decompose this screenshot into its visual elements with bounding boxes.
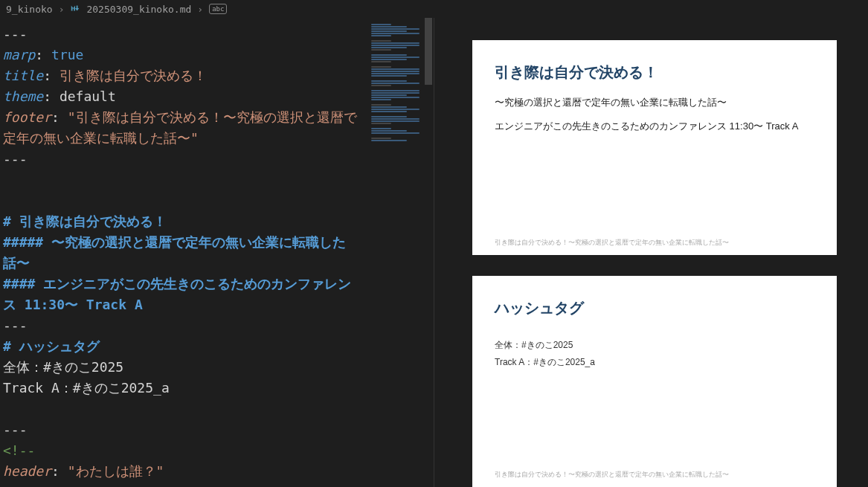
chevron-right-icon: ›: [59, 4, 65, 15]
code-line[interactable]: ---: [3, 315, 434, 336]
slide-footer: 引き際は自分で決める！〜究極の選択と還暦で定年の無い企業に転職した話〜: [495, 238, 729, 248]
code-line[interactable]: 全体：#きのこ2025: [3, 357, 434, 378]
split-view: --- marp: true title: 引き際は自分で決める！ theme:…: [0, 18, 868, 487]
code-line[interactable]: [3, 399, 434, 419]
slide-title: ハッシュタグ: [495, 298, 814, 318]
slide-subtitle: 〜究極の選択と還暦で定年の無い企業に転職した話〜: [495, 96, 814, 109]
markdown-file-icon: [70, 3, 80, 16]
slide-thumbnail[interactable]: ハッシュタグ 全体：#きのこ2025 Track A：#きのこ2025_a 引き…: [472, 276, 837, 487]
minimap[interactable]: [370, 22, 423, 305]
breadcrumb[interactable]: 9_kinoko › 20250309_kinoko.md › abc: [0, 0, 868, 18]
editor-content[interactable]: --- marp: true title: 引き際は自分で決める！ theme:…: [0, 24, 434, 482]
code-line[interactable]: Track A：#きのこ2025_a: [3, 378, 434, 399]
vertical-scrollbar[interactable]: [423, 18, 434, 487]
breadcrumb-file[interactable]: 20250309_kinoko.md: [86, 4, 191, 15]
slide-subtitle: エンジニアがこの先生きのこるためのカンファレンス 11:30〜 Track A: [495, 120, 814, 133]
code-line[interactable]: ---: [3, 419, 434, 440]
symbol-text-icon[interactable]: abc: [209, 4, 227, 14]
code-line[interactable]: <!--: [3, 440, 434, 461]
code-editor[interactable]: --- marp: true title: 引き際は自分で決める！ theme:…: [0, 18, 434, 487]
code-line[interactable]: header: "わたしは誰？": [3, 461, 434, 482]
slide-body-line: Track A：#きのこ2025_a: [495, 356, 814, 369]
slide-preview[interactable]: 引き際は自分で決める！ 〜究極の選択と還暦で定年の無い企業に転職した話〜 エンジ…: [437, 18, 868, 487]
slide-footer: 引き際は自分で決める！〜究極の選択と還暦で定年の無い企業に転職した話〜: [495, 470, 729, 480]
slide-thumbnail[interactable]: 引き際は自分で決める！ 〜究極の選択と還暦で定年の無い企業に転職した話〜 エンジ…: [472, 40, 837, 255]
code-line[interactable]: # ハッシュタグ: [3, 336, 434, 357]
slide-title: 引き際は自分で決める！: [495, 62, 814, 83]
chevron-right-icon: ›: [197, 4, 203, 15]
scrollbar-thumb[interactable]: [425, 18, 432, 85]
slide-body-line: 全体：#きのこ2025: [495, 339, 814, 352]
breadcrumb-folder[interactable]: 9_kinoko: [6, 4, 53, 15]
